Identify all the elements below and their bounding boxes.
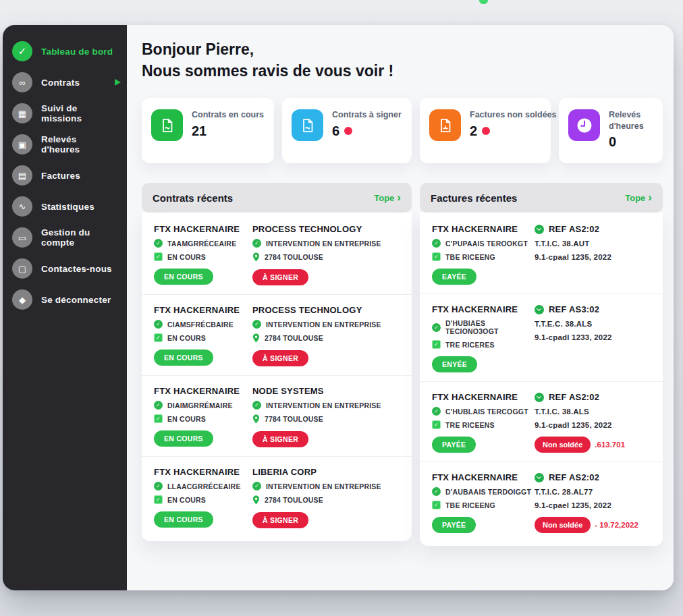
greeting-line2: Nous sommes ravis de vous voir ! (142, 61, 663, 82)
sidebar-item-label: Factures (41, 171, 80, 181)
unpaid-amount: .613.701 (595, 441, 625, 449)
stat-cards: Contrats en cours 21 Contrats à signer 6 (142, 98, 663, 163)
app-window: ✓ Tableau de bord ∞ Contrats ▦ Suivi de … (3, 25, 674, 590)
infinity-icon: ∞ (12, 72, 32, 92)
stat-card-factures-non-soldees[interactable]: Factures non soldées 2 (420, 98, 551, 163)
invoice-party: FTX HACKERNAIRE D'HUBIAES TECIONO3OGT TR… (432, 304, 535, 372)
contract-party: FTX HACKERNAIRE CIAMSFRÉCBAIRE EN COURS … (154, 305, 252, 366)
chevron-right-icon (115, 79, 121, 86)
contract-row[interactable]: FTX HACKERNAIRE TAAMGRRÉCEAIRE EN COURS … (142, 214, 412, 295)
sidebar-item-factures[interactable]: ▤ Factures (3, 160, 127, 191)
payment-badge: PAYÉE (432, 517, 476, 533)
invoice-row[interactable]: FTX HACKERNAIRE C'HUBLAIS TERCOGGT TRE R… (420, 382, 663, 462)
contract-row[interactable]: FTX HACKERNAIRE DIAIMGRRÉMAIRE EN COURS … (142, 376, 412, 457)
invoice-ttc: T.T.E.C. 38.ALS (535, 320, 651, 328)
unpaid-row: Non soldée - 19.72,2022 (535, 517, 651, 533)
stat-card-label: Contrats en cours (192, 109, 264, 120)
icon-glyph: ▦ (18, 109, 26, 119)
stat-card-label: Factures non soldées (470, 109, 557, 120)
chevron-right-icon (397, 193, 401, 203)
checkbox-icon (432, 252, 441, 261)
check-circle-icon (154, 239, 163, 248)
action-badge: À SIGNER (252, 350, 308, 366)
stat-value-text: 2 (470, 123, 477, 139)
invoice-row[interactable]: FTX HACKERNAIRE D'AUBAAIS TERDOIGGT TBE … (420, 462, 663, 542)
action-badge: À SIGNER (252, 512, 308, 528)
contract-tag: LLAACGRRÉCEAIRE (167, 482, 241, 491)
sidebar-item-suivi-de-missions[interactable]: ▦ Suivi de missions (3, 98, 127, 129)
checkbox-icon (432, 340, 441, 349)
panel-title: Contrats récents (153, 192, 233, 204)
check-circle-icon (252, 320, 261, 329)
contract-party: FTX HACKERNAIRE LLAACGRRÉCEAIRE EN COURS… (154, 467, 252, 528)
client-name: PROCESS TECHNOLOGY (252, 305, 400, 315)
contract-status: EN COURS (167, 334, 206, 342)
location-text: 7784 TOULOUSE (265, 415, 323, 423)
unpaid-badge: Non soldée (535, 517, 591, 533)
company-name: FTX HACKERNAIRE (154, 386, 252, 396)
sidebar-item-contactes-nous[interactable]: ▢ Contactes-nous (3, 253, 127, 284)
icon-glyph: ∿ (19, 202, 26, 212)
service-type: INTERVENTION EN ENTREPRISE (266, 240, 381, 248)
sidebar-item-gestion-du-compte[interactable]: ▭ Gestion du compte (3, 222, 127, 253)
invoice-ttc: T.T.I.C. 28.AL77 (535, 488, 651, 496)
check-circle-icon (252, 482, 261, 491)
stat-card-text: Contrats en cours 21 (192, 109, 264, 138)
main-content: Bonjour Pierre, Nous sommes ravis de vou… (127, 25, 674, 590)
icon-glyph: ◆ (19, 295, 26, 305)
invoice-row[interactable]: FTX HACKERNAIRE D'HUBIAES TECIONO3OGT TR… (420, 294, 663, 382)
stat-card-contrats-en-cours[interactable]: Contrats en cours 21 (142, 98, 274, 163)
stat-card-text: Contrats à signer 6 (332, 109, 402, 138)
contract-status: EN COURS (167, 415, 206, 423)
contract-client: NODE SYSTEMS INTERVENTION EN ENTREPRISE … (252, 386, 400, 447)
invoice-detail: C'PUPAAIS TEROOKGT (445, 240, 528, 248)
invoice-party: FTX HACKERNAIRE C'HUBLAIS TERCOGGT TRE R… (432, 392, 535, 453)
location-pin-icon (252, 414, 260, 424)
check-circle-icon (432, 487, 441, 496)
timesheet-icon: ▣ (12, 134, 32, 155)
contract-row[interactable]: FTX HACKERNAIRE LLAACGRRÉCEAIRE EN COURS… (142, 457, 412, 537)
sidebar-item-se-deconnecter[interactable]: ◆ Se déconnecter (3, 284, 127, 315)
document-icon (151, 109, 183, 141)
action-badge: À SIGNER (252, 431, 308, 447)
sidebar-item-tableau-de-bord[interactable]: ✓ Tableau de bord (3, 36, 127, 67)
panel-title: Factures récentes (431, 192, 517, 204)
sidebar-item-contrats[interactable]: ∞ Contrats (3, 67, 127, 98)
invoice-ref: REF AS3:02 (549, 304, 599, 314)
stat-card-releves-dheures[interactable]: Relevés d'heures 0 (559, 98, 663, 163)
contract-status: EN COURS (167, 253, 206, 261)
invoice-date: 9.1-cpaal 1235, 2022 (535, 253, 651, 261)
stat-card-label: Relevés d'heures (609, 109, 653, 132)
check-circle-icon (154, 320, 163, 329)
invoices-see-all-link[interactable]: Tope (625, 193, 652, 203)
invoice-detail: TBE RICEENG (445, 501, 495, 509)
desktop-background: ✓ Tableau de bord ∞ Contrats ▦ Suivi de … (0, 0, 683, 616)
sidebar-item-label: Se déconnecter (41, 295, 111, 305)
company-name: FTX HACKERNAIRE (154, 305, 252, 315)
status-badge: EN COURS (154, 349, 213, 366)
check-circle-icon (432, 323, 441, 332)
icon-glyph: ✓ (18, 45, 27, 57)
checkbox-icon (154, 414, 163, 423)
check-circle-icon (432, 407, 441, 416)
invoice-date: 9.1-cpadl 1233, 2022 (535, 333, 651, 341)
document-icon (429, 109, 461, 141)
invoice-detail: C'HUBLAIS TERCOGGT (445, 408, 528, 416)
stat-card-contrats-a-signer[interactable]: Contrats à signer 6 (282, 98, 412, 163)
icon-glyph: ▤ (18, 171, 26, 181)
status-badge: EN COURS (154, 511, 213, 528)
unpaid-row: Non soldée .613.701 (535, 437, 651, 453)
invoice-meta: REF AS2:02 T.T.I.C. 28.AL77 9.1-cpael 12… (535, 472, 651, 533)
account-card-icon: ▭ (12, 227, 32, 248)
contracts-panel: Contrats récents Tope FTX HACKERNAIRE TA… (142, 183, 412, 546)
service-type: INTERVENTION EN ENTREPRISE (266, 401, 381, 410)
invoice-row[interactable]: FTX HACKERNAIRE C'PUPAAIS TEROOKGT TBE R… (420, 214, 663, 294)
invoice-meta: REF AS2:02 T.T.I.C. 38.ALS 9.1-cpadl 123… (535, 392, 651, 453)
sidebar-item-releves-dheures[interactable]: ▣ Relevés d'heures (3, 129, 127, 160)
contracts-see-all-link[interactable]: Tope (374, 193, 401, 203)
sidebar-item-statistiques[interactable]: ∿ Statistiques (3, 191, 127, 222)
contract-row[interactable]: FTX HACKERNAIRE CIAMSFRÉCBAIRE EN COURS … (142, 295, 412, 376)
icon-glyph: ▭ (18, 233, 26, 243)
invoice-ref: REF AS2:02 (549, 472, 599, 482)
payment-badge: PAYÉE (432, 437, 476, 453)
